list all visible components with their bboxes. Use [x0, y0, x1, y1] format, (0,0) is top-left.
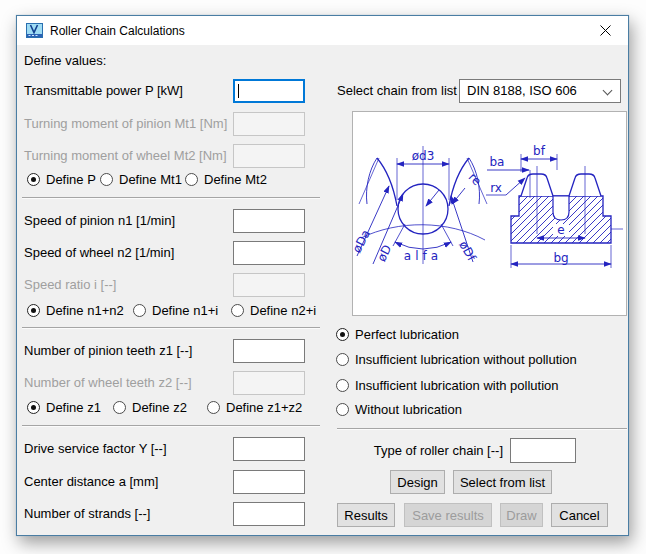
section-divider [22, 425, 320, 426]
mt2-label: Turning moment of wheel Mt2 [Nm] [24, 144, 227, 168]
chain-type-label: Type of roller chain [--] [337, 438, 503, 463]
n2-input[interactable] [233, 241, 305, 265]
radio-circle [113, 401, 126, 414]
select-from-list-button[interactable]: Select from list [453, 470, 552, 494]
n2-label: Speed of wheel n2 [1/min] [24, 241, 174, 265]
radio-circle [27, 304, 40, 317]
roller-chain-diagram: ød3 alfa øDa øD øDf re ba bf rx e bg [353, 112, 626, 315]
app-icon [26, 23, 43, 38]
chain-list-label: Select chain from list [337, 79, 457, 103]
chain-list-value: DIN 8188, ISO 606 [467, 83, 577, 98]
mt1-input[interactable] [233, 112, 305, 136]
radio-define-n1i[interactable]: Define n1+i [133, 302, 218, 318]
text-caret [238, 84, 239, 98]
radio-circle [336, 328, 349, 341]
diagram-panel: ød3 alfa øDa øD øDf re ba bf rx e bg [352, 111, 627, 316]
radio-circle [207, 401, 220, 414]
save-results-button[interactable]: Save results [404, 503, 492, 527]
radio-label: Insufficient lubrication with pollution [355, 378, 559, 393]
center-distance-label: Center distance a [mm] [24, 470, 158, 494]
title-bar[interactable]: Roller Chain Calculations [17, 16, 628, 45]
cancel-button[interactable]: Cancel [551, 503, 608, 527]
radio-label: Define n2+i [250, 303, 316, 318]
radio-insufficient-with-pollution[interactable]: Insufficient lubrication with pollution [336, 377, 559, 393]
z1-label: Number of pinion teeth z1 [--] [24, 339, 192, 363]
design-button[interactable]: Design [390, 470, 445, 494]
section-divider [22, 327, 320, 328]
ratio-input[interactable] [233, 273, 305, 297]
service-factor-label: Drive service factor Y [--] [24, 437, 167, 461]
dim-label-alfa: alfa [404, 249, 442, 263]
radio-label: Perfect lubrication [355, 327, 459, 342]
radio-define-z2[interactable]: Define z2 [113, 399, 187, 415]
radio-circle [336, 379, 349, 392]
radio-circle [27, 401, 40, 414]
dim-label-od3: ød3 [412, 149, 435, 163]
power-label: Transmittable power P [kW] [24, 79, 183, 103]
radio-label: Define z1 [46, 400, 101, 415]
dim-label-oda: øDa [353, 227, 373, 255]
ratio-label: Speed ratio i [--] [24, 273, 117, 297]
radio-define-mt1[interactable]: Define Mt1 [100, 171, 182, 187]
strands-input[interactable] [233, 502, 305, 526]
section-divider [337, 428, 627, 429]
dim-label-bg: bg [553, 251, 568, 265]
n1-input[interactable] [233, 209, 305, 233]
radio-circle [185, 173, 198, 186]
window-title: Roller Chain Calculations [50, 24, 185, 38]
radio-circle [231, 304, 244, 317]
service-factor-input[interactable] [233, 437, 305, 461]
radio-label: Without lubrication [355, 402, 462, 417]
mt2-input[interactable] [233, 144, 305, 168]
radio-label: Define z2 [132, 400, 187, 415]
radio-label: Insufficient lubrication without polluti… [355, 352, 577, 367]
dialog-body: Define values: Transmittable power P [kW… [17, 45, 628, 535]
z2-label: Number of wheel teeth z2 [--] [24, 371, 192, 395]
z1-input[interactable] [233, 339, 305, 363]
radio-label: Define Mt2 [204, 172, 267, 187]
dim-label-e: e [557, 223, 564, 237]
dim-label-re: re [466, 170, 484, 188]
radio-define-n1n2[interactable]: Define n1+n2 [27, 302, 124, 318]
radio-circle [336, 403, 349, 416]
dim-label-bf: bf [533, 144, 546, 158]
dialog-window: Roller Chain Calculations Define values:… [16, 15, 629, 536]
radio-insufficient-without-pollution[interactable]: Insufficient lubrication without polluti… [336, 351, 577, 367]
radio-label: Define P [46, 172, 96, 187]
chain-list-dropdown[interactable]: DIN 8188, ISO 606 [459, 79, 621, 103]
mt1-label: Turning moment of pinion Mt1 [Nm] [24, 112, 227, 136]
close-icon [600, 25, 611, 36]
dim-label-od: øD [374, 243, 394, 264]
dim-label-rx: rx [490, 181, 502, 195]
n1-label: Speed of pinion n1 [1/min] [24, 209, 175, 233]
close-button[interactable] [583, 16, 628, 45]
radio-label: Define z1+z2 [226, 400, 302, 415]
radio-define-z1[interactable]: Define z1 [27, 399, 101, 415]
power-input[interactable] [233, 79, 305, 103]
radio-circle [27, 173, 40, 186]
radio-circle [133, 304, 146, 317]
radio-label: Define Mt1 [119, 172, 182, 187]
radio-define-z1z2[interactable]: Define z1+z2 [207, 399, 302, 415]
radio-define-n2i[interactable]: Define n2+i [231, 302, 316, 318]
chain-type-input[interactable] [510, 438, 576, 463]
radio-perfect-lubrication[interactable]: Perfect lubrication [336, 326, 459, 342]
radio-define-mt2[interactable]: Define Mt2 [185, 171, 267, 187]
radio-without-lubrication[interactable]: Without lubrication [336, 401, 462, 417]
draw-button[interactable]: Draw [500, 503, 543, 527]
dim-label-ba: ba [490, 155, 505, 169]
center-distance-input[interactable] [233, 470, 305, 494]
radio-label: Define n1+n2 [46, 303, 124, 318]
z2-input[interactable] [233, 371, 305, 395]
strands-label: Number of strands [--] [24, 502, 150, 526]
define-values-header: Define values: [24, 49, 106, 73]
radio-label: Define n1+i [152, 303, 218, 318]
dim-label-odf: øDf [456, 238, 479, 264]
radio-circle [100, 173, 113, 186]
radio-define-p[interactable]: Define P [27, 171, 96, 187]
radio-circle [336, 353, 349, 366]
section-divider [22, 197, 320, 198]
chevron-down-icon [603, 86, 613, 96]
results-button[interactable]: Results [337, 503, 395, 527]
